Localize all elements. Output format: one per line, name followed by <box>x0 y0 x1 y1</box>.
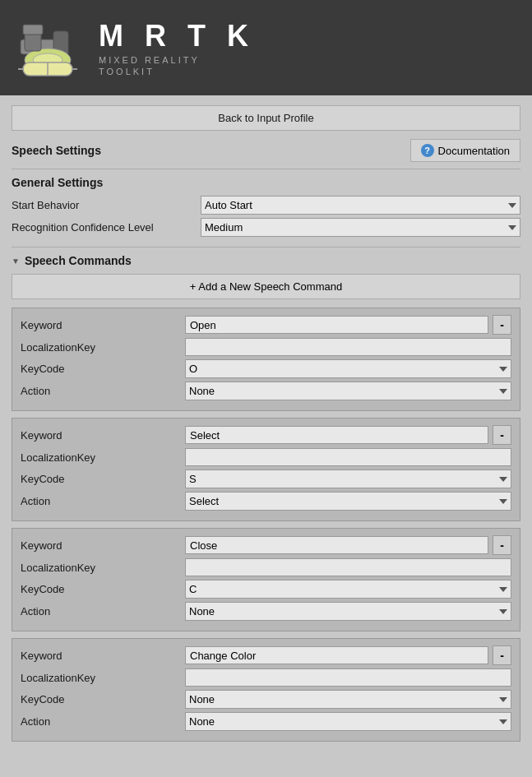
keyword-row-2: Keyword - <box>21 535 511 555</box>
keyword-row-3: Keyword - <box>21 645 511 665</box>
keyword-input-3[interactable] <box>185 646 488 664</box>
remove-command-1[interactable]: - <box>493 425 511 445</box>
keyword-label-0: Keyword <box>21 319 185 331</box>
localization-row-3: LocalizationKey <box>21 668 511 687</box>
keycode-select-2[interactable]: NoneABCD EFGHI JKLMN OPQRS TUVWX YZ <box>185 580 511 599</box>
general-settings-title: General Settings <box>12 176 520 189</box>
localization-input-2[interactable] <box>185 558 511 576</box>
action-row-3: Action NoneSelectMenuGripTrigger <box>21 712 511 731</box>
localization-row-0: LocalizationKey <box>21 338 511 356</box>
triangle-icon: ▼ <box>12 257 20 266</box>
keyword-label-2: Keyword <box>21 539 185 552</box>
localization-input-3[interactable] <box>185 668 511 687</box>
keyword-row-0: Keyword - <box>21 315 511 335</box>
speech-commands-header: ▼ Speech Commands <box>12 254 520 267</box>
header-divider <box>12 169 520 169</box>
general-settings-section: General Settings Start Behavior Auto Sta… <box>12 176 520 237</box>
action-row-1: Action NoneSelectMenuGripTrigger <box>21 492 511 511</box>
command-block-0: Keyword - LocalizationKey KeyCode NoneAB… <box>12 308 520 411</box>
speech-settings-label: Speech Settings <box>12 144 101 157</box>
action-label-1: Action <box>21 495 185 507</box>
remove-command-2[interactable]: - <box>493 535 511 555</box>
doc-icon: ? <box>421 144 434 157</box>
localization-label-0: LocalizationKey <box>21 341 185 354</box>
app-header: M R T K MIXED REALITY TOOLKIT <box>0 0 532 95</box>
doc-button-label: Documentation <box>438 145 510 157</box>
logo-title: M R T K <box>99 19 255 53</box>
localization-label-3: LocalizationKey <box>21 672 185 684</box>
action-select-3[interactable]: NoneSelectMenuGripTrigger <box>185 712 511 731</box>
logo-subtitle-line1: MIXED REALITY <box>99 55 255 65</box>
keycode-select-0[interactable]: NoneABCD EFGHI JKLMN OPQRS TUVWX YZ <box>185 359 511 378</box>
keycode-row-1: KeyCode NoneABCD EFGHI JKLMN OPQRS TUVWX… <box>21 469 511 488</box>
general-divider <box>12 247 520 247</box>
action-row-0: Action NoneSelectMenuGripTrigger <box>21 382 511 400</box>
add-speech-command-button[interactable]: + Add a New Speech Command <box>12 274 520 299</box>
localization-label-1: LocalizationKey <box>21 451 185 464</box>
localization-label-2: LocalizationKey <box>21 562 185 574</box>
recognition-confidence-label: Recognition Confidence Level <box>12 221 201 234</box>
keyword-input-2[interactable] <box>185 536 488 554</box>
action-select-2[interactable]: NoneSelectMenuGripTrigger <box>185 602 511 621</box>
back-to-input-profile-button[interactable]: Back to Input Profile <box>12 105 520 131</box>
action-label-0: Action <box>21 385 185 397</box>
speech-settings-header-row: Speech Settings ? Documentation <box>12 139 520 162</box>
keyword-label-3: Keyword <box>21 650 185 662</box>
main-content: Back to Input Profile Speech Settings ? … <box>0 95 532 758</box>
start-behavior-row: Start Behavior Auto Start Manual Start <box>12 196 520 215</box>
localization-input-1[interactable] <box>185 448 511 466</box>
command-block-1: Keyword - LocalizationKey KeyCode NoneAB… <box>12 418 520 521</box>
action-select-0[interactable]: NoneSelectMenuGripTrigger <box>185 382 511 400</box>
keycode-label-2: KeyCode <box>21 583 185 595</box>
action-label-3: Action <box>21 715 185 728</box>
action-row-2: Action NoneSelectMenuGripTrigger <box>21 602 511 621</box>
localization-row-1: LocalizationKey <box>21 448 511 466</box>
keycode-label-0: KeyCode <box>21 363 185 375</box>
svg-rect-9 <box>23 25 43 35</box>
logo-text-block: M R T K MIXED REALITY TOOLKIT <box>99 19 255 76</box>
keycode-row-3: KeyCode NoneABCD EFGHI JKLMN OPQRS TUVWX… <box>21 690 511 709</box>
action-select-1[interactable]: NoneSelectMenuGripTrigger <box>185 492 511 511</box>
keycode-select-1[interactable]: NoneABCD EFGHI JKLMN OPQRS TUVWX YZ <box>185 469 511 488</box>
logo-subtitle-line2: TOOLKIT <box>99 67 255 76</box>
recognition-confidence-row: Recognition Confidence Level Low Medium … <box>12 218 520 237</box>
keyword-label-1: Keyword <box>21 429 185 442</box>
keycode-label-3: KeyCode <box>21 693 185 705</box>
recognition-confidence-select[interactable]: Low Medium High <box>201 218 520 237</box>
command-block-3: Keyword - LocalizationKey KeyCode NoneAB… <box>12 638 520 742</box>
speech-commands-title: Speech Commands <box>25 254 132 267</box>
remove-command-3[interactable]: - <box>493 645 511 665</box>
start-behavior-label: Start Behavior <box>12 199 201 211</box>
keycode-row-0: KeyCode NoneABCD EFGHI JKLMN OPQRS TUVWX… <box>21 359 511 378</box>
command-block-2: Keyword - LocalizationKey KeyCode NoneAB… <box>12 528 520 631</box>
localization-row-2: LocalizationKey <box>21 558 511 576</box>
keycode-row-2: KeyCode NoneABCD EFGHI JKLMN OPQRS TUVWX… <box>21 580 511 599</box>
start-behavior-select[interactable]: Auto Start Manual Start <box>201 196 520 215</box>
localization-input-0[interactable] <box>185 338 511 356</box>
documentation-button[interactable]: ? Documentation <box>410 139 520 162</box>
mrtk-logo-icon <box>16 15 82 81</box>
keyword-input-0[interactable] <box>185 316 488 334</box>
keyword-input-1[interactable] <box>185 426 488 444</box>
keyword-row-1: Keyword - <box>21 425 511 445</box>
action-label-2: Action <box>21 605 185 617</box>
keycode-label-1: KeyCode <box>21 473 185 485</box>
speech-commands-section: ▼ Speech Commands + Add a New Speech Com… <box>12 254 520 742</box>
keycode-select-3[interactable]: NoneABCD EFGHI JKLMN OPQRS TUVWX YZ <box>185 690 511 709</box>
remove-command-0[interactable]: - <box>493 315 511 335</box>
